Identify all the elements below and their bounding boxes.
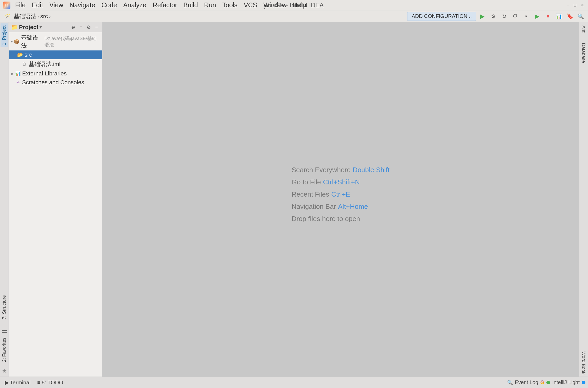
run-button[interactable]: ▶ bbox=[478, 12, 487, 20]
right-tab-ant[interactable]: Ant bbox=[580, 23, 587, 35]
breadcrumb-sep1: › bbox=[37, 13, 39, 19]
menu-file[interactable]: File bbox=[12, 1, 28, 9]
tree-item-root[interactable]: ▾ 📦 基础语法 D:\java\代码\javaSE\基础语法 bbox=[9, 33, 102, 50]
breadcrumb-root[interactable]: 基础语法 bbox=[14, 12, 36, 20]
coverage-button[interactable]: 📊 bbox=[554, 12, 564, 20]
breadcrumb-src[interactable]: src bbox=[40, 13, 48, 20]
sidebar-tab-project[interactable]: 1: Project bbox=[1, 23, 8, 47]
right-tab-database[interactable]: Database bbox=[580, 41, 587, 65]
settings-icon[interactable]: ⚙ bbox=[85, 24, 92, 31]
google-icon: G bbox=[540, 379, 545, 385]
scratch-icon: ✧ bbox=[16, 80, 20, 85]
todo-tab[interactable]: ≡ 6: TODO bbox=[35, 378, 65, 387]
tree-label-iml: 基础语法.iml bbox=[29, 60, 60, 68]
bottom-right: 🔍 Event Log G IntelliJ Light bbox=[507, 379, 585, 385]
file-tree: ▾ 📦 基础语法 D:\java\代码\javaSE\基础语法 📂 src 🗒 … bbox=[9, 32, 102, 377]
breadcrumb-sep2: › bbox=[49, 13, 51, 19]
app-logo: IJ bbox=[3, 2, 10, 9]
tree-item-scratches[interactable]: ✧ Scratches and Consoles bbox=[9, 78, 102, 87]
title-bar: IJ File Edit View Navigate Code Analyze … bbox=[0, 0, 588, 10]
terminal-label: Terminal bbox=[10, 379, 30, 386]
tree-label-scratches: Scratches and Consoles bbox=[22, 79, 84, 86]
run-debug-button[interactable]: ▶ bbox=[532, 12, 542, 20]
expand-arrow-root: ▾ bbox=[11, 40, 13, 44]
magic-wand-icon[interactable]: 🪄 bbox=[3, 12, 12, 20]
profile-button[interactable]: ⏱ bbox=[510, 12, 520, 20]
editor-area: Search Everywhere Double Shift Go to Fil… bbox=[103, 22, 579, 377]
reload-button[interactable]: ↻ bbox=[500, 12, 509, 20]
module-icon: 📦 bbox=[14, 39, 20, 44]
menu-navigate[interactable]: Navigate bbox=[67, 1, 98, 9]
recent-files-label: Recent Files bbox=[292, 190, 329, 198]
title-bar-left: IJ File Edit View Navigate Code Analyze … bbox=[3, 1, 309, 9]
locate-icon[interactable]: ⊕ bbox=[69, 24, 77, 31]
tree-item-ext-libs[interactable]: ▶ 📊 External Libraries bbox=[9, 69, 102, 78]
search-icon-bottom: 🔍 bbox=[507, 380, 513, 385]
menu-vcs[interactable]: VCS bbox=[241, 1, 260, 9]
sidebar-tab-structure[interactable]: 7: Structure bbox=[1, 293, 8, 321]
title-controls: − □ ✕ bbox=[565, 3, 585, 8]
left-sidebar-tabs: 1: Project 7: Structure 2: Favorites ★ bbox=[0, 22, 9, 377]
panel-title: 📁 Project ▾ bbox=[11, 24, 68, 31]
search-everywhere-label: Search Everywhere bbox=[292, 166, 351, 174]
menu-view[interactable]: View bbox=[47, 1, 66, 9]
tree-item-iml[interactable]: 🗒 基础语法.iml bbox=[9, 59, 102, 69]
menu-tools[interactable]: Tools bbox=[220, 1, 240, 9]
goto-file-shortcut: Ctrl+Shift+N bbox=[323, 178, 360, 186]
src-folder-icon: 📂 bbox=[17, 52, 23, 58]
sidebar-tab-favorites[interactable]: 2: Favorites bbox=[1, 335, 8, 364]
main-layout: 1: Project 7: Structure 2: Favorites ★ 📁… bbox=[0, 22, 588, 377]
menu-code[interactable]: Code bbox=[99, 1, 120, 9]
star-icon[interactable]: ★ bbox=[2, 368, 7, 377]
tree-path-root: D:\java\代码\javaSE\基础语法 bbox=[44, 35, 100, 48]
search-button[interactable]: 🔍 bbox=[576, 12, 585, 20]
menu-build[interactable]: Build bbox=[181, 1, 201, 9]
drop-files-label: Drop files here to open bbox=[292, 215, 360, 223]
bottom-bar: ▶ Terminal ≡ 6: TODO 🔍 Event Log G Intel… bbox=[0, 377, 588, 388]
maximize-button[interactable]: □ bbox=[572, 3, 578, 8]
right-tab-wordbook[interactable]: Word Book bbox=[580, 349, 587, 377]
todo-icon: ≡ bbox=[37, 379, 40, 386]
welcome-line-recent: Recent Files Ctrl+E bbox=[292, 190, 390, 198]
collapse-icon[interactable]: ≡ bbox=[77, 24, 85, 31]
ext-libs-icon: 📊 bbox=[15, 71, 21, 76]
grip-icon2 bbox=[2, 332, 7, 333]
close-button[interactable]: ✕ bbox=[580, 3, 585, 8]
panel-icons: ⊕ ≡ ⚙ − bbox=[69, 24, 100, 31]
welcome-line-search: Search Everywhere Double Shift bbox=[292, 166, 390, 174]
welcome-line-drop: Drop files here to open bbox=[292, 215, 390, 223]
todo-label: 6: TODO bbox=[42, 379, 63, 386]
bookmark-button[interactable]: 🔖 bbox=[565, 12, 574, 20]
intellij-light-label[interactable]: IntelliJ Light bbox=[552, 379, 580, 385]
profile-dropdown[interactable]: ▾ bbox=[521, 12, 531, 20]
menu-edit[interactable]: Edit bbox=[29, 1, 46, 9]
minimize-button[interactable]: − bbox=[565, 3, 570, 8]
menu-refactor[interactable]: Refactor bbox=[150, 1, 180, 9]
add-configuration-button[interactable]: ADD CONFIGURATION... bbox=[407, 12, 476, 21]
stop-button[interactable]: ■ bbox=[543, 12, 553, 20]
right-sidebar: Ant Database Word Book bbox=[579, 22, 588, 377]
project-panel-header: 📁 Project ▾ ⊕ ≡ ⚙ − bbox=[9, 22, 102, 32]
panel-title-text: Project bbox=[19, 24, 39, 31]
terminal-tab[interactable]: ▶ Terminal bbox=[3, 378, 33, 387]
project-panel: 📁 Project ▾ ⊕ ≡ ⚙ − ▾ 📦 基础语法 D:\java\代码\… bbox=[9, 22, 103, 377]
breadcrumb: 基础语法 › src › bbox=[14, 12, 51, 20]
menu-analyze[interactable]: Analyze bbox=[121, 1, 149, 9]
status-dot-blue bbox=[582, 381, 585, 384]
recent-files-shortcut: Ctrl+E bbox=[331, 190, 350, 198]
grip-icon bbox=[2, 330, 7, 331]
panel-dropdown-arrow[interactable]: ▾ bbox=[40, 25, 42, 30]
build-button[interactable]: ⚙ bbox=[489, 12, 498, 20]
tree-label-root: 基础语法 bbox=[21, 34, 42, 49]
welcome-content: Search Everywhere Double Shift Go to Fil… bbox=[292, 166, 390, 223]
tree-item-src[interactable]: 📂 src bbox=[9, 50, 102, 59]
search-everywhere-shortcut: Double Shift bbox=[353, 166, 390, 174]
close-panel-icon[interactable]: − bbox=[93, 24, 100, 31]
folder-icon: 📁 bbox=[11, 24, 18, 31]
app-title: javaSE - IntelliJ IDEA bbox=[264, 2, 324, 9]
menu-run[interactable]: Run bbox=[202, 1, 219, 9]
welcome-line-nav: Navigation Bar Alt+Home bbox=[292, 203, 390, 211]
event-log-label[interactable]: Event Log bbox=[515, 379, 538, 385]
welcome-line-goto: Go to File Ctrl+Shift+N bbox=[292, 178, 390, 186]
nav-bar-label: Navigation Bar bbox=[292, 203, 336, 211]
